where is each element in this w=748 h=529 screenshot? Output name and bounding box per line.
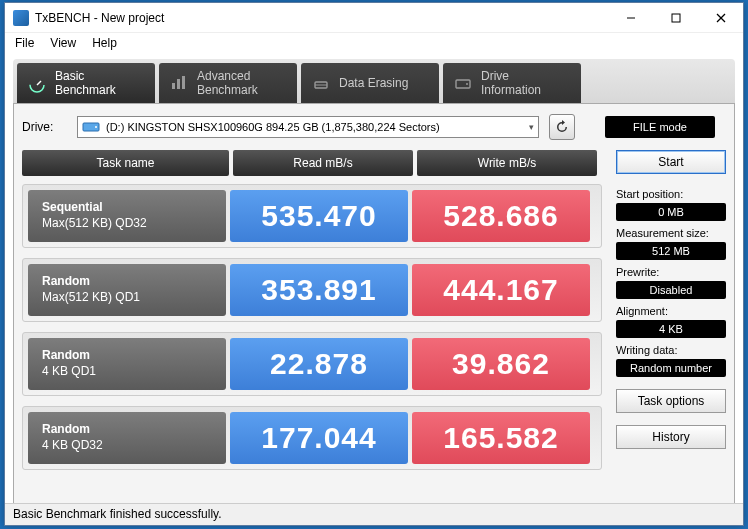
drive-select[interactable]: (D:) KINGSTON SHSX100960G 894.25 GB (1,8… — [77, 116, 539, 138]
tab-label: Drive — [481, 69, 509, 83]
history-button[interactable]: History — [616, 425, 726, 449]
svg-rect-7 — [177, 79, 180, 89]
drive-row: Drive: (D:) KINGSTON SHSX100960G 894.25 … — [22, 114, 726, 140]
tabbar: BasicBenchmark AdvancedBenchmark Data Er… — [13, 59, 735, 103]
alignment-label: Alignment: — [616, 305, 726, 317]
svg-line-5 — [37, 81, 41, 85]
start-position-value: 0 MB — [616, 203, 726, 221]
sidebar: Start Start position: 0 MB Measurement s… — [616, 150, 726, 480]
drive-text: (D:) KINGSTON SHSX100960G 894.25 GB (1,8… — [106, 121, 440, 133]
prewrite-value: Disabled — [616, 281, 726, 299]
status-bar: Basic Benchmark finished successfully. — [5, 503, 743, 525]
content: BasicBenchmark AdvancedBenchmark Data Er… — [5, 53, 743, 513]
chevron-down-icon: ▾ — [529, 122, 534, 132]
file-mode-button[interactable]: FILE mode — [605, 116, 715, 138]
measurement-size-label: Measurement size: — [616, 227, 726, 239]
drive-info-icon — [453, 73, 473, 93]
tab-label: Information — [481, 83, 541, 97]
window-controls — [608, 3, 743, 32]
alignment-value: 4 KB — [616, 320, 726, 338]
results-table: Task name Read mB/s Write mB/s Sequentia… — [22, 150, 602, 480]
refresh-button[interactable] — [549, 114, 575, 140]
svg-rect-8 — [182, 76, 185, 89]
task-options-button[interactable]: Task options — [616, 389, 726, 413]
result-row: SequentialMax(512 KB) QD32 535.470 528.6… — [22, 184, 602, 248]
status-text: Basic Benchmark finished successfully. — [13, 507, 222, 521]
window-title: TxBENCH - New project — [35, 11, 608, 25]
tab-panel: Drive: (D:) KINGSTON SHSX100960G 894.25 … — [13, 103, 735, 513]
read-value: 22.878 — [230, 338, 408, 390]
gauge-icon — [27, 73, 47, 93]
maximize-button[interactable] — [653, 3, 698, 32]
read-value: 535.470 — [230, 190, 408, 242]
svg-rect-1 — [672, 14, 680, 22]
prewrite-label: Prewrite: — [616, 266, 726, 278]
disk-icon — [82, 120, 102, 134]
write-value: 528.686 — [412, 190, 590, 242]
menubar: File View Help — [5, 33, 743, 53]
svg-point-12 — [466, 83, 468, 85]
result-row: Random4 KB QD32 177.044 165.582 — [22, 406, 602, 470]
writing-data-label: Writing data: — [616, 344, 726, 356]
write-value: 444.167 — [412, 264, 590, 316]
tab-label: Benchmark — [55, 83, 116, 97]
read-value: 353.891 — [230, 264, 408, 316]
measurement-size-value: 512 MB — [616, 242, 726, 260]
header-task: Task name — [22, 150, 229, 176]
tab-drive-information[interactable]: DriveInformation — [443, 63, 581, 103]
write-value: 39.862 — [412, 338, 590, 390]
header-write: Write mB/s — [417, 150, 597, 176]
tab-label: Advanced — [197, 69, 250, 83]
erase-icon — [311, 73, 331, 93]
start-button[interactable]: Start — [616, 150, 726, 174]
task-cell: Random4 KB QD1 — [28, 338, 226, 390]
menu-help[interactable]: Help — [92, 36, 117, 50]
drive-label: Drive: — [22, 120, 67, 134]
close-button[interactable] — [698, 3, 743, 32]
result-row: Random4 KB QD1 22.878 39.862 — [22, 332, 602, 396]
read-value: 177.044 — [230, 412, 408, 464]
minimize-button[interactable] — [608, 3, 653, 32]
header-row: Task name Read mB/s Write mB/s — [22, 150, 602, 176]
app-window: TxBENCH - New project File View Help Bas… — [4, 2, 744, 526]
write-value: 165.582 — [412, 412, 590, 464]
result-row: RandomMax(512 KB) QD1 353.891 444.167 — [22, 258, 602, 322]
tab-data-erasing[interactable]: Data Erasing — [301, 63, 439, 103]
tab-advanced-benchmark[interactable]: AdvancedBenchmark — [159, 63, 297, 103]
header-read: Read mB/s — [233, 150, 413, 176]
app-icon — [13, 10, 29, 26]
menu-view[interactable]: View — [50, 36, 76, 50]
refresh-icon — [554, 119, 570, 135]
writing-data-value: Random number — [616, 359, 726, 377]
tab-label: Benchmark — [197, 83, 258, 97]
start-position-label: Start position: — [616, 188, 726, 200]
task-cell: RandomMax(512 KB) QD1 — [28, 264, 226, 316]
tab-label: Basic — [55, 69, 84, 83]
menu-file[interactable]: File — [15, 36, 34, 50]
svg-point-14 — [95, 126, 97, 128]
tab-label: Data Erasing — [339, 76, 408, 90]
task-cell: SequentialMax(512 KB) QD32 — [28, 190, 226, 242]
titlebar: TxBENCH - New project — [5, 3, 743, 33]
task-cell: Random4 KB QD32 — [28, 412, 226, 464]
tab-basic-benchmark[interactable]: BasicBenchmark — [17, 63, 155, 103]
svg-rect-6 — [172, 83, 175, 89]
bars-icon — [169, 73, 189, 93]
main-row: Task name Read mB/s Write mB/s Sequentia… — [22, 150, 726, 480]
